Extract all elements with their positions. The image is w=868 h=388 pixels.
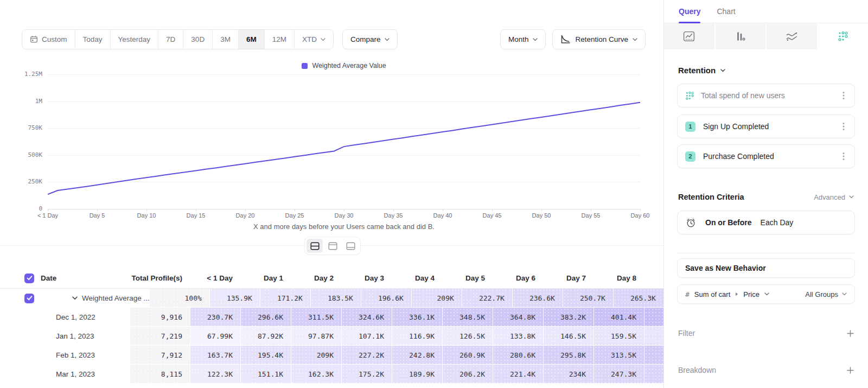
layout-toggle-band-bottom[interactable] <box>342 239 359 253</box>
kebab-menu-icon[interactable] <box>840 89 847 102</box>
cell-day-8[interactable]: 265.3K <box>613 289 663 308</box>
cell-day-0[interactable]: 163.7K <box>190 346 240 365</box>
step-card-2[interactable]: 2Purchase Completed <box>677 144 855 168</box>
step-card-1[interactable]: 1Sign Up Completed <box>677 115 855 138</box>
behavior-card[interactable]: Total spend of new users <box>677 84 855 107</box>
cell-day-2[interactable]: 97.87K <box>291 327 341 346</box>
kebab-menu-icon[interactable] <box>840 150 847 163</box>
cell-day-3[interactable]: 196.6K <box>361 289 411 308</box>
cell-day-8[interactable]: 401.4K <box>593 308 644 327</box>
cell-day-7[interactable]: 383.2K <box>543 308 593 327</box>
cell-day-4[interactable]: 242.8K <box>392 346 442 365</box>
x-axis-tick-label: Day 35 <box>384 212 403 219</box>
y-axis-tick-label: 1M <box>0 98 42 105</box>
save-as-new-behavior-label: Save as New Behavior <box>685 264 766 272</box>
cell-day-2[interactable]: 183.5K <box>310 289 361 308</box>
row-total-cell: 8,115 <box>130 365 190 384</box>
range-label: Today <box>83 35 103 43</box>
granularity-label: Month <box>508 35 529 43</box>
cell-day-5[interactable]: 126.5K <box>442 327 493 346</box>
cell-day-3[interactable]: 175.2K <box>341 365 392 384</box>
report-tab-dots-grid[interactable] <box>818 23 868 49</box>
group-dropdown[interactable]: All Groups <box>805 290 847 298</box>
report-tab-bar-chart[interactable] <box>716 23 767 49</box>
range-button-today[interactable]: Today <box>75 30 111 49</box>
cell-day-6[interactable]: 364.8K <box>493 308 543 327</box>
cell-day-0[interactable]: 67.99K <box>190 327 240 346</box>
cell-day-1[interactable]: 151.1K <box>240 365 291 384</box>
cell-day-7[interactable]: 295.8K <box>543 346 593 365</box>
cell-day-1[interactable]: 195.4K <box>240 346 291 365</box>
save-as-new-behavior-button[interactable]: Save as New Behavior <box>677 258 855 278</box>
range-button-30d[interactable]: 30D <box>183 30 213 49</box>
granularity-button[interactable]: Month <box>500 29 546 49</box>
cell-day-4[interactable]: 336.1K <box>392 308 442 327</box>
panel-tab-chart[interactable]: Chart <box>717 0 735 23</box>
cell-day-7[interactable]: 234K <box>543 365 593 384</box>
row-expander-chevron-icon[interactable] <box>72 296 78 300</box>
range-button-12m[interactable]: 12M <box>265 30 295 49</box>
cell-day-1[interactable]: 171.2K <box>260 289 310 308</box>
cell-day-6[interactable]: 133.8K <box>493 327 543 346</box>
x-axis-tick <box>245 209 246 211</box>
cell-day-2[interactable]: 162.3K <box>291 365 341 384</box>
query-panel: QueryChart Retention Total spend of new … <box>663 0 868 388</box>
range-button-3m[interactable]: 3M <box>213 30 239 49</box>
cell-day-8[interactable]: 247.3K <box>593 365 644 384</box>
cell-day-3[interactable]: 227.2K <box>341 346 392 365</box>
range-button-7d[interactable]: 7D <box>158 30 183 49</box>
metric-row[interactable]: # Sum of cart Price All Groups <box>677 284 855 304</box>
kebab-menu-icon[interactable] <box>840 120 847 133</box>
range-button-custom[interactable]: Custom <box>22 30 75 49</box>
x-axis-tick-label: Day 45 <box>483 212 502 219</box>
add-breakdown-button[interactable] <box>847 367 854 374</box>
cell-day-8[interactable]: 313.5K <box>593 346 644 365</box>
cell-day-0[interactable]: 122.3K <box>190 365 240 384</box>
cell-day-1[interactable]: 296.6K <box>240 308 291 327</box>
cell-day-7[interactable]: 146.5K <box>543 327 593 346</box>
cell-day-0[interactable]: 135.9K <box>209 289 260 308</box>
chart-type-button[interactable]: Retention Curve <box>552 29 646 49</box>
cell-day-3[interactable]: 324.6K <box>341 308 392 327</box>
column-header-day-4: Day 4 <box>392 268 442 288</box>
cell-day-9-partial <box>644 327 663 346</box>
compare-label: Compare <box>350 35 381 43</box>
chart-legend: Weighted Average Value <box>48 62 640 69</box>
panel-tab-query[interactable]: Query <box>679 0 700 23</box>
retention-section-toggle[interactable]: Retention <box>678 66 855 75</box>
report-tab-flow[interactable] <box>767 23 818 49</box>
range-button-yesterday[interactable]: Yesterday <box>111 30 159 49</box>
cell-day-8[interactable]: 159.5K <box>593 327 644 346</box>
cell-day-4[interactable]: 189.9K <box>392 365 442 384</box>
add-filter-button[interactable] <box>847 330 854 337</box>
cell-day-6[interactable]: 221.4K <box>493 365 543 384</box>
retention-line-chart[interactable] <box>48 74 640 209</box>
cell-day-4[interactable]: 116.9K <box>392 327 442 346</box>
cell-day-5[interactable]: 260.9K <box>442 346 493 365</box>
compare-button[interactable]: Compare <box>342 29 398 49</box>
cell-day-6[interactable]: 236.6K <box>512 289 563 308</box>
cell-day-3[interactable]: 107.1K <box>341 327 392 346</box>
x-axis-tick <box>541 209 542 211</box>
cell-day-7[interactable]: 250.7K <box>563 289 613 308</box>
range-button-6m[interactable]: 6M <box>239 30 265 49</box>
cell-day-4[interactable]: 209K <box>411 289 462 308</box>
criteria-mode-dropdown[interactable]: Advanced <box>814 193 854 201</box>
cell-day-5[interactable]: 222.7K <box>462 289 512 308</box>
cell-day-2[interactable]: 311.5K <box>291 308 341 327</box>
cell-day-1[interactable]: 87.92K <box>240 327 291 346</box>
select-all-checkbox[interactable] <box>24 273 34 283</box>
cell-day-2[interactable]: 209K <box>291 346 341 365</box>
report-tab-line-chart[interactable] <box>664 23 716 49</box>
x-axis-tick-label: Day 30 <box>335 212 354 219</box>
layout-toggle-split-rows[interactable] <box>307 239 323 253</box>
criteria-condition-card[interactable]: On or Before Each Day <box>677 211 855 234</box>
layout-toggle-band-top[interactable] <box>324 239 341 253</box>
step-event-label: Purchase Completed <box>703 152 774 161</box>
cell-day-0[interactable]: 230.7K <box>190 308 240 327</box>
cell-day-5[interactable]: 206.2K <box>442 365 493 384</box>
range-button-xtd[interactable]: XTD <box>295 30 333 49</box>
row-checkbox[interactable] <box>24 294 34 303</box>
cell-day-6[interactable]: 280.6K <box>493 346 543 365</box>
cell-day-5[interactable]: 348.5K <box>442 308 493 327</box>
